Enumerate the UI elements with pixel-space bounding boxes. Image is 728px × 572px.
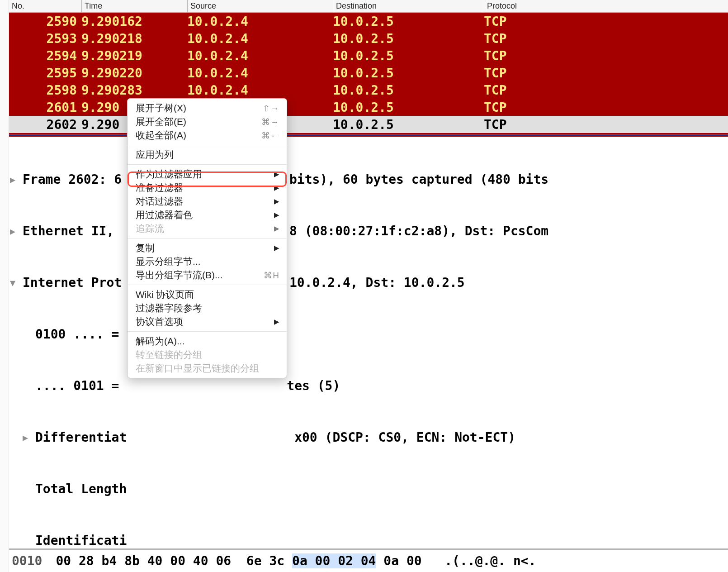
packet-details-tree[interactable]: ▶Frame 2602: 6 bits), 60 bytes captured …	[9, 137, 728, 572]
cell-dst: 10.0.2.5	[333, 14, 484, 29]
menu-expand-all[interactable]: 展开全部(E)⌘→	[128, 115, 287, 129]
packet-row[interactable]: 2598 9.290283 10.0.2.4 10.0.2.5 TCP	[9, 81, 728, 99]
cell-proto: TCP	[484, 83, 728, 98]
menu-label: 在新窗口中显示已链接的分组	[136, 362, 259, 375]
tree-expander-icon[interactable]: ▶	[23, 429, 35, 446]
hex-bytes: 00 28 b4 8b 40 00 40 06 6e 3c	[56, 553, 292, 568]
menu-conversation-filter[interactable]: 对话过滤器▶	[128, 195, 287, 208]
cell-no: 2593	[9, 31, 81, 46]
menu-label: 导出分组字节流(B)...	[136, 269, 223, 281]
tree-expander-icon[interactable]: ▶	[10, 223, 23, 240]
tree-text: Differentiat x00 (DSCP: CS0, ECN: Not-EC…	[35, 430, 515, 445]
hex-view[interactable]: 0010 00 28 b4 8b 40 00 40 06 6e 3c 0a 00…	[9, 548, 728, 572]
hex-bytes-selected: 0a 00 02 04	[292, 553, 376, 568]
menu-copy[interactable]: 复制▶	[128, 241, 287, 255]
menu-show-packet-bytes[interactable]: 显示分组字节...	[128, 255, 287, 268]
menu-label: 显示分组字节...	[136, 255, 201, 268]
menu-export-packet-bytes[interactable]: 导出分组字节流(B)...⌘H	[128, 268, 287, 282]
menu-label: 过滤器字段参考	[136, 302, 202, 315]
menu-separator	[128, 331, 287, 332]
menu-expand-subtree[interactable]: 展开子树(X)⇧→	[128, 101, 287, 115]
tree-expander-icon[interactable]: ▶	[10, 171, 23, 188]
cell-proto: TCP	[484, 66, 728, 81]
tree-expander-icon[interactable]: ▼	[10, 274, 23, 291]
tree-ip[interactable]: ▼Internet Prot 10.0.2.4, Dst: 10.0.2.5	[9, 274, 728, 291]
menu-label: 作为过滤器应用	[136, 168, 202, 181]
cell-dst: 10.0.2.5	[333, 83, 484, 98]
tree-item[interactable]: Total Length	[9, 481, 728, 498]
packet-row-selected[interactable]: 2602 9.290 10.0.2.5 TCP	[9, 116, 728, 133]
menu-label: Wiki 协议页面	[136, 288, 194, 301]
menu-label: 展开子树(X)	[136, 102, 186, 114]
submenu-arrow-icon: ▶	[274, 224, 279, 233]
packet-list[interactable]: 2590 9.290162 10.0.2.4 10.0.2.5 TCP 2593…	[9, 13, 728, 137]
menu-collapse-all[interactable]: 收起全部(A)⌘←	[128, 129, 287, 142]
cell-no: 2590	[9, 14, 81, 29]
cell-proto: TCP	[484, 14, 728, 29]
cell-no: 2601	[9, 100, 81, 115]
cell-dst: 10.0.2.5	[333, 117, 484, 132]
cell-dst: 10.0.2.5	[333, 100, 484, 115]
hex-ascii: .(..@.@. n<.	[422, 553, 536, 568]
menu-label: 复制	[136, 242, 155, 254]
packet-list-header: No. Time Source Destination Protocol	[9, 0, 728, 13]
col-header-destination[interactable]: Destination	[333, 0, 484, 12]
col-header-source[interactable]: Source	[187, 0, 333, 12]
hex-offset: 0010	[12, 553, 42, 568]
packet-row[interactable]: 2590 9.290162 10.0.2.4 10.0.2.5 TCP	[9, 13, 728, 30]
cell-dst: 10.0.2.5	[333, 66, 484, 81]
tree-frame[interactable]: ▶Frame 2602: 6 bits), 60 bytes captured …	[9, 171, 728, 188]
col-header-protocol[interactable]: Protocol	[484, 0, 728, 12]
menu-separator	[128, 145, 287, 145]
menu-separator	[128, 164, 287, 165]
submenu-arrow-icon: ▶	[274, 211, 279, 219]
col-header-no[interactable]: No.	[9, 0, 81, 12]
cell-time: 9.290162	[81, 14, 187, 29]
menu-prepare-filter[interactable]: 准备过滤器▶	[128, 181, 287, 195]
tree-item[interactable]: 0100 .... =	[9, 326, 728, 343]
menu-shortcut: ⌘←	[261, 130, 279, 141]
cell-dst: 10.0.2.5	[333, 31, 484, 46]
tree-item[interactable]: ▶Differentiat x00 (DSCP: CS0, ECN: Not-E…	[9, 429, 728, 446]
menu-decode-as[interactable]: 解码为(A)...	[128, 334, 287, 348]
menu-apply-column[interactable]: 应用为列	[128, 148, 287, 162]
cell-src: 10.0.2.4	[187, 31, 333, 46]
cell-time: 9.290283	[81, 83, 187, 98]
submenu-arrow-icon: ▶	[274, 170, 279, 178]
menu-label: 追踪流	[136, 222, 164, 235]
menu-wiki-protocol[interactable]: Wiki 协议页面	[128, 288, 287, 301]
menu-colorize-filter[interactable]: 用过滤器着色▶	[128, 208, 287, 222]
pane-divider[interactable]	[9, 133, 728, 137]
cell-time: 9.290218	[81, 31, 187, 46]
packet-row[interactable]: 2593 9.290218 10.0.2.4 10.0.2.5 TCP	[9, 30, 728, 47]
packet-row[interactable]: 2601 9.290 10.0.2.5 TCP	[9, 99, 728, 116]
menu-follow-stream: 追踪流▶	[128, 222, 287, 235]
left-gutter	[0, 0, 9, 572]
packet-row[interactable]: 2594 9.290219 10.0.2.4 10.0.2.5 TCP	[9, 47, 728, 64]
menu-filter-field-ref[interactable]: 过滤器字段参考	[128, 301, 287, 315]
tree-item[interactable]: .... 0101 = tes (5)	[9, 377, 728, 395]
menu-label: 用过滤器着色	[136, 209, 193, 221]
packet-row[interactable]: 2595 9.290220 10.0.2.4 10.0.2.5 TCP	[9, 64, 728, 81]
cell-dst: 10.0.2.5	[333, 48, 484, 63]
cell-src: 10.0.2.4	[187, 48, 333, 63]
menu-protocol-prefs[interactable]: 协议首选项▶	[128, 315, 287, 329]
menu-label: 对话过滤器	[136, 195, 183, 208]
menu-goto-linked: 转至链接的分组	[128, 348, 287, 362]
menu-shortcut: ⌘H	[264, 270, 279, 281]
menu-show-linked: 在新窗口中显示已链接的分组	[128, 362, 287, 375]
cell-src: 10.0.2.4	[187, 14, 333, 29]
tree-item[interactable]: Identificati	[9, 532, 728, 549]
col-header-time[interactable]: Time	[81, 0, 187, 12]
menu-label: 解码为(A)...	[136, 335, 185, 348]
cell-no: 2594	[9, 48, 81, 63]
main-panel: No. Time Source Destination Protocol 259…	[9, 0, 728, 572]
cell-time: 9.290219	[81, 48, 187, 63]
cell-no: 2598	[9, 83, 81, 98]
menu-apply-as-filter[interactable]: 作为过滤器应用▶	[128, 167, 287, 181]
submenu-arrow-icon: ▶	[274, 318, 279, 326]
tree-ethernet[interactable]: ▶Ethernet II, 8 (08:00:27:1f:c2:a8), Dst…	[9, 223, 728, 240]
hex-bytes: 0a 00	[376, 553, 421, 568]
menu-label: 转至链接的分组	[136, 348, 202, 361]
menu-label: 准备过滤器	[136, 181, 183, 194]
